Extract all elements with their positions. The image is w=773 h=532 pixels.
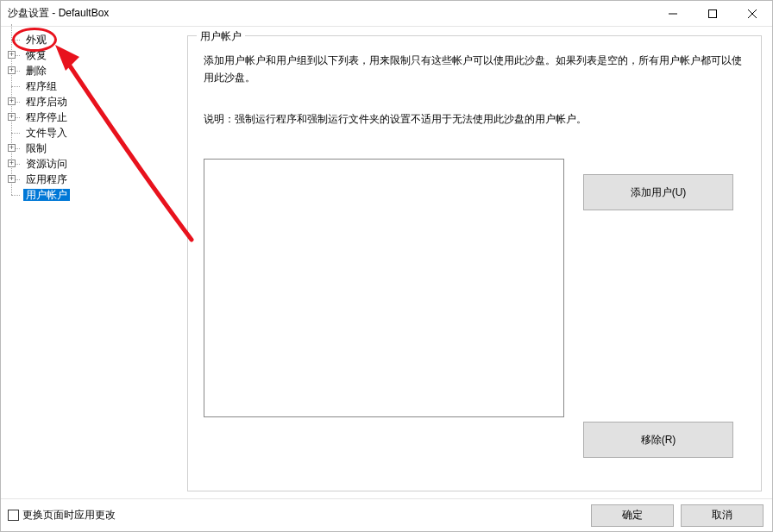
expand-icon[interactable]: + — [8, 144, 16, 152]
settings-window: 沙盘设置 - DefaultBox 外观+恢复+删除程序组+程序启动+程序停止文… — [0, 0, 773, 532]
add-user-button[interactable]: 添加用户(U) — [583, 174, 733, 210]
category-tree: 外观+恢复+删除程序组+程序启动+程序停止文件导入+限制+资源访问+应用程序用户… — [1, 27, 180, 498]
fieldset-legend: 用户帐户 — [197, 29, 245, 44]
tree-item[interactable]: +程序停止 — [11, 110, 180, 125]
tree-item-label[interactable]: 程序启动 — [23, 96, 70, 108]
close-button[interactable] — [732, 1, 772, 26]
tree-item[interactable]: 文件导入 — [11, 125, 180, 141]
tree-item[interactable]: +删除 — [11, 63, 180, 78]
list-and-buttons-row: 添加用户(U) 移除(R) — [204, 159, 745, 479]
description-text: 添加用户帐户和用户组到以下列表，用来限制只有这些帐户可以使用此沙盘。如果列表是空… — [204, 52, 745, 86]
tree-item[interactable]: 程序组 — [11, 78, 180, 94]
titlebar: 沙盘设置 - DefaultBox — [1, 1, 772, 27]
tree-item[interactable]: +程序启动 — [11, 94, 180, 110]
expand-icon[interactable]: + — [8, 66, 16, 74]
tree-item[interactable]: 用户帐户 — [11, 187, 180, 203]
cancel-button[interactable]: 取消 — [681, 504, 764, 527]
window-controls — [653, 1, 772, 26]
minimize-button[interactable] — [653, 1, 693, 26]
tree-item[interactable]: 外观 — [11, 32, 180, 47]
tree-item[interactable]: +应用程序 — [11, 172, 180, 187]
user-accounts-fieldset: 用户帐户 添加用户帐户和用户组到以下列表，用来限制只有这些帐户可以使用此沙盘。如… — [187, 35, 762, 491]
svg-rect-1 — [709, 9, 717, 17]
tree-item-label[interactable]: 程序停止 — [23, 111, 70, 123]
footer: 更换页面时应用更改 确定 取消 — [1, 498, 772, 531]
expand-icon[interactable]: + — [8, 113, 16, 121]
side-buttons: 添加用户(U) 移除(R) — [583, 159, 733, 479]
ok-button[interactable]: 确定 — [591, 504, 674, 527]
tree-item[interactable]: +资源访问 — [11, 156, 180, 172]
tree-item-label[interactable]: 应用程序 — [23, 173, 70, 185]
footer-right: 确定 取消 — [591, 504, 764, 527]
tree-item-label[interactable]: 限制 — [23, 142, 49, 154]
tree-item-label[interactable]: 恢复 — [23, 49, 49, 61]
tree-item-label[interactable]: 文件导入 — [23, 127, 70, 139]
tree-item-label[interactable]: 用户帐户 — [23, 189, 70, 201]
footer-left: 更换页面时应用更改 — [8, 508, 116, 523]
window-body: 外观+恢复+删除程序组+程序启动+程序停止文件导入+限制+资源访问+应用程序用户… — [1, 27, 772, 531]
maximize-button[interactable] — [693, 1, 732, 26]
apply-on-page-change-checkbox[interactable] — [8, 510, 19, 521]
remove-button[interactable]: 移除(R) — [583, 422, 733, 458]
expand-icon[interactable]: + — [8, 97, 16, 105]
apply-on-page-change-label: 更换页面时应用更改 — [22, 508, 116, 523]
main-area: 外观+恢复+删除程序组+程序启动+程序停止文件导入+限制+资源访问+应用程序用户… — [1, 27, 772, 498]
expand-icon[interactable]: + — [8, 175, 16, 183]
window-title: 沙盘设置 - DefaultBox — [1, 6, 109, 21]
tree-item[interactable]: +限制 — [11, 141, 180, 156]
tree-item[interactable]: +恢复 — [11, 47, 180, 63]
tree-item-label[interactable]: 删除 — [23, 65, 49, 77]
tree-item-label[interactable]: 资源访问 — [23, 158, 70, 170]
expand-icon[interactable]: + — [8, 160, 16, 167]
user-accounts-listbox[interactable] — [204, 159, 564, 417]
tree-item-label[interactable]: 外观 — [23, 34, 49, 46]
tree-item-label[interactable]: 程序组 — [23, 80, 60, 92]
content-panel: 用户帐户 添加用户帐户和用户组到以下列表，用来限制只有这些帐户可以使用此沙盘。如… — [180, 27, 772, 498]
expand-icon[interactable]: + — [8, 51, 16, 59]
note-text: 说明：强制运行程序和强制运行文件夹的设置不适用于无法使用此沙盘的用户帐户。 — [204, 110, 745, 128]
